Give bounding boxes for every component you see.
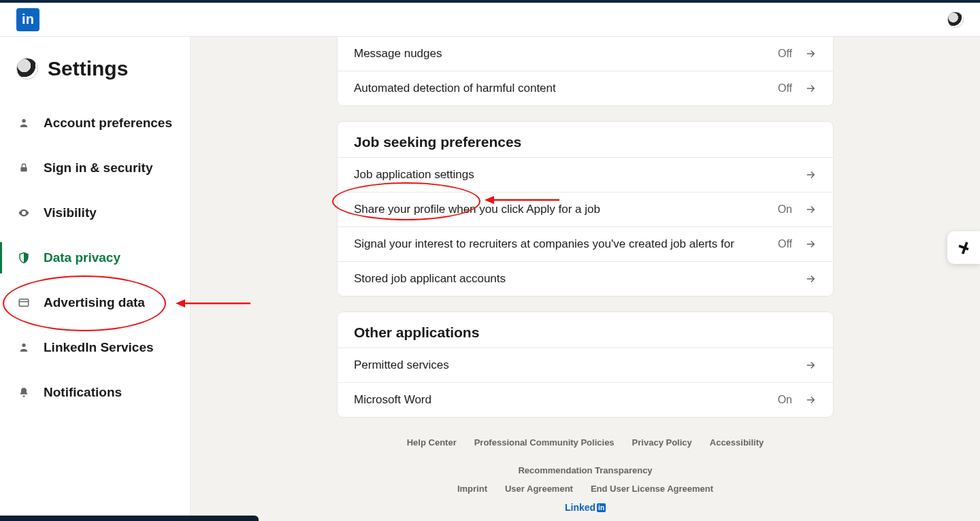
linkedin-logo-text: in — [22, 12, 34, 27]
svg-point-4 — [22, 343, 25, 347]
linkedin-logo[interactable]: in — [16, 8, 39, 31]
footer-link-user-agreement[interactable]: User Agreement — [505, 484, 573, 494]
card-job-seeking: Job seeking preferences Job application … — [338, 122, 833, 296]
row-microsoft-word[interactable]: Microsoft Word On — [338, 382, 833, 417]
card-icon — [16, 297, 31, 309]
row-label: Job application settings — [354, 168, 474, 182]
user-icon — [16, 118, 31, 129]
row-label: Share your profile when you click Apply … — [354, 203, 600, 216]
row-label: Microsoft Word — [354, 393, 431, 407]
row-status: Off — [778, 48, 792, 60]
nav-avatar[interactable] — [947, 12, 964, 28]
chevron-right-icon — [804, 48, 817, 60]
sidebar-item-account-preferences[interactable]: Account preferences — [0, 101, 190, 146]
card-messaging: Message nudges Off Automated detection o… — [338, 37, 833, 105]
section-heading-other: Other applications — [338, 312, 833, 348]
eye-icon — [16, 207, 31, 219]
chevron-right-icon — [804, 273, 817, 285]
sidebar-avatar[interactable] — [16, 58, 38, 80]
row-job-application-settings[interactable]: Job application settings — [338, 157, 833, 192]
footer-link-help-center[interactable]: Help Center — [407, 437, 457, 448]
footer-link-privacy-policy[interactable]: Privacy Policy — [632, 437, 692, 448]
page-title: Settings — [48, 57, 128, 80]
card-other-applications: Other applications Permitted services Mi… — [338, 312, 833, 417]
row-harmful-content[interactable]: Automated detection of harmful content O… — [338, 71, 833, 105]
sidebar-item-label: Data privacy — [44, 250, 120, 265]
footer-linkedin-logo[interactable]: Linked in — [565, 502, 606, 513]
row-stored-accounts[interactable]: Stored job applicant accounts — [338, 261, 833, 296]
lock-icon — [16, 163, 31, 173]
main-content: Message nudges Off Automated detection o… — [191, 37, 980, 521]
sidebar: Settings Account preferences Sign in & s… — [0, 37, 191, 521]
footer-link-recommendation-transparency[interactable]: Recommendation Transparency — [518, 465, 652, 475]
user-icon — [16, 342, 31, 353]
footer-row-1: Help Center Professional Community Polic… — [338, 437, 833, 475]
footer-link-imprint[interactable]: Imprint — [457, 484, 487, 494]
svg-point-0 — [22, 119, 25, 122]
chevron-right-icon — [804, 394, 817, 406]
sidebar-item-label: Visibility — [44, 205, 97, 220]
row-label: Permitted services — [354, 358, 449, 372]
sidebar-item-label: Advertising data — [44, 295, 145, 310]
sidebar-item-data-privacy[interactable]: Data privacy — [0, 235, 190, 280]
footer-brand-word: Linked — [565, 502, 595, 513]
chevron-right-icon — [804, 359, 817, 371]
row-label: Stored job applicant accounts — [354, 272, 506, 286]
sidebar-item-label: Notifications — [44, 385, 122, 400]
sidebar-item-linkedin-services[interactable]: LinkedIn Services — [0, 325, 190, 370]
footer-row-2: Imprint User Agreement End User License … — [338, 484, 833, 494]
row-signal-interest[interactable]: Signal your interest to recruiters at co… — [338, 226, 833, 261]
row-message-nudges[interactable]: Message nudges Off — [338, 37, 833, 71]
chevron-right-icon — [804, 82, 817, 95]
sidebar-item-visibility[interactable]: Visibility — [0, 190, 190, 235]
sidebar-item-label: Account preferences — [44, 116, 172, 131]
row-status: Off — [778, 238, 792, 250]
section-heading-job: Job seeking preferences — [338, 122, 833, 157]
row-permitted-services[interactable]: Permitted services — [338, 348, 833, 382]
sidebar-item-label: Sign in & security — [44, 161, 152, 175]
row-share-profile-apply[interactable]: Share your profile when you click Apply … — [338, 192, 833, 226]
row-label: Automated detection of harmful content — [354, 82, 556, 95]
sidebar-nav: Account preferences Sign in & security V… — [0, 101, 190, 415]
sidebar-item-advertising-data[interactable]: Advertising data — [0, 280, 190, 325]
footer-link-accessibility[interactable]: Accessibility — [710, 437, 764, 448]
chevron-right-icon — [804, 238, 817, 250]
chevron-right-icon — [804, 169, 817, 181]
global-nav: in — [0, 3, 980, 37]
sidebar-item-label: LinkedIn Services — [44, 340, 154, 355]
footer-link-community-policies[interactable]: Professional Community Policies — [474, 437, 615, 448]
row-label: Message nudges — [354, 47, 442, 61]
row-status: Off — [778, 82, 792, 95]
svg-rect-2 — [19, 299, 29, 307]
svg-rect-1 — [20, 167, 27, 172]
shield-icon — [16, 252, 31, 264]
footer: Help Center Professional Community Polic… — [338, 437, 833, 513]
row-status: On — [778, 394, 792, 406]
footer-brand-box: in — [597, 503, 606, 512]
footer-link-eula[interactable]: End User License Agreement — [591, 484, 713, 494]
row-label: Signal your interest to recruiters at co… — [354, 237, 734, 251]
floating-widget[interactable] — [947, 231, 980, 264]
bell-icon — [16, 387, 31, 398]
taskbar-fragment — [0, 516, 259, 521]
sidebar-item-notifications[interactable]: Notifications — [0, 370, 190, 415]
chevron-right-icon — [804, 203, 817, 216]
sidebar-header: Settings — [0, 57, 190, 94]
sidebar-item-sign-in-security[interactable]: Sign in & security — [0, 146, 190, 190]
row-status: On — [778, 203, 792, 216]
